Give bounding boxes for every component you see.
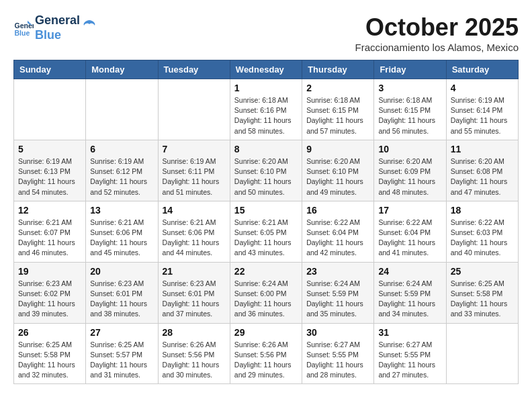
calendar-cell: 12Sunrise: 6:21 AM Sunset: 6:07 PM Dayli…	[14, 201, 86, 262]
day-info: Sunrise: 6:27 AM Sunset: 5:55 PM Dayligh…	[306, 340, 369, 381]
logo-blue: Blue	[35, 28, 80, 43]
calendar-cell	[86, 79, 158, 140]
day-number: 29	[234, 327, 298, 338]
calendar-cell: 2Sunrise: 6:18 AM Sunset: 6:15 PM Daylig…	[302, 79, 374, 140]
day-number: 9	[306, 144, 369, 154]
day-info: Sunrise: 6:20 AM Sunset: 6:10 PM Dayligh…	[306, 156, 369, 197]
day-number: 21	[163, 266, 226, 277]
svg-text:Blue: Blue	[15, 28, 30, 36]
calendar-cell: 26Sunrise: 6:25 AM Sunset: 5:58 PM Dayli…	[14, 323, 86, 384]
day-number: 16	[306, 205, 369, 216]
page-header: General Blue General Blue October 2025 F…	[13, 13, 519, 53]
day-info: Sunrise: 6:24 AM Sunset: 5:59 PM Dayligh…	[378, 279, 441, 320]
weekday-header-friday: Friday	[374, 60, 446, 79]
calendar-cell: 19Sunrise: 6:23 AM Sunset: 6:02 PM Dayli…	[14, 262, 86, 323]
calendar-cell: 7Sunrise: 6:19 AM Sunset: 6:11 PM Daylig…	[158, 140, 230, 201]
title-area: October 2025 Fraccionamiento los Alamos,…	[355, 13, 519, 53]
day-number: 12	[18, 205, 81, 216]
day-info: Sunrise: 6:24 AM Sunset: 6:00 PM Dayligh…	[234, 279, 298, 320]
calendar-cell: 20Sunrise: 6:23 AM Sunset: 6:01 PM Dayli…	[86, 262, 158, 323]
day-info: Sunrise: 6:21 AM Sunset: 6:07 PM Dayligh…	[18, 218, 81, 259]
calendar-cell: 4Sunrise: 6:19 AM Sunset: 6:14 PM Daylig…	[446, 79, 518, 140]
day-info: Sunrise: 6:27 AM Sunset: 5:55 PM Dayligh…	[378, 340, 441, 381]
day-number: 3	[378, 83, 441, 93]
day-number: 6	[90, 144, 153, 154]
day-info: Sunrise: 6:22 AM Sunset: 6:03 PM Dayligh…	[451, 218, 514, 259]
calendar-cell: 30Sunrise: 6:27 AM Sunset: 5:55 PM Dayli…	[302, 323, 374, 384]
calendar-cell	[14, 79, 86, 140]
calendar-cell	[446, 323, 518, 384]
day-number: 26	[18, 327, 81, 338]
day-number: 2	[306, 83, 369, 93]
day-number: 27	[90, 327, 153, 338]
day-info: Sunrise: 6:21 AM Sunset: 6:06 PM Dayligh…	[90, 218, 153, 259]
day-info: Sunrise: 6:23 AM Sunset: 6:02 PM Dayligh…	[18, 279, 81, 320]
day-number: 18	[451, 205, 514, 216]
weekday-header-sunday: Sunday	[14, 60, 86, 79]
calendar-week-5: 26Sunrise: 6:25 AM Sunset: 5:58 PM Dayli…	[14, 323, 519, 384]
day-info: Sunrise: 6:24 AM Sunset: 5:59 PM Dayligh…	[306, 279, 369, 320]
calendar-cell: 24Sunrise: 6:24 AM Sunset: 5:59 PM Dayli…	[374, 262, 446, 323]
day-info: Sunrise: 6:25 AM Sunset: 5:57 PM Dayligh…	[90, 340, 153, 381]
calendar-cell: 15Sunrise: 6:21 AM Sunset: 6:05 PM Dayli…	[230, 201, 302, 262]
weekday-header-thursday: Thursday	[302, 60, 374, 79]
day-info: Sunrise: 6:21 AM Sunset: 6:05 PM Dayligh…	[234, 218, 298, 259]
day-info: Sunrise: 6:18 AM Sunset: 6:15 PM Dayligh…	[378, 95, 441, 136]
calendar-week-4: 19Sunrise: 6:23 AM Sunset: 6:02 PM Dayli…	[14, 262, 519, 323]
logo-general: General	[35, 13, 80, 28]
calendar-cell: 28Sunrise: 6:26 AM Sunset: 5:56 PM Dayli…	[158, 323, 230, 384]
day-number: 7	[163, 144, 226, 154]
calendar-cell: 8Sunrise: 6:20 AM Sunset: 6:10 PM Daylig…	[230, 140, 302, 201]
calendar-cell	[158, 79, 230, 140]
calendar-cell: 25Sunrise: 6:25 AM Sunset: 5:58 PM Dayli…	[446, 262, 518, 323]
month-title: October 2025	[355, 13, 519, 42]
day-info: Sunrise: 6:25 AM Sunset: 5:58 PM Dayligh…	[451, 279, 514, 320]
calendar-cell: 11Sunrise: 6:20 AM Sunset: 6:08 PM Dayli…	[446, 140, 518, 201]
day-number: 1	[234, 83, 298, 93]
day-info: Sunrise: 6:19 AM Sunset: 6:12 PM Dayligh…	[90, 156, 153, 197]
weekday-header-tuesday: Tuesday	[158, 60, 230, 79]
calendar-cell: 21Sunrise: 6:23 AM Sunset: 6:01 PM Dayli…	[158, 262, 230, 323]
day-number: 31	[378, 327, 441, 338]
calendar-cell: 9Sunrise: 6:20 AM Sunset: 6:10 PM Daylig…	[302, 140, 374, 201]
day-info: Sunrise: 6:20 AM Sunset: 6:09 PM Dayligh…	[378, 156, 441, 197]
day-number: 22	[234, 266, 298, 277]
day-info: Sunrise: 6:25 AM Sunset: 5:58 PM Dayligh…	[18, 340, 81, 381]
day-info: Sunrise: 6:23 AM Sunset: 6:01 PM Dayligh…	[163, 279, 226, 320]
day-info: Sunrise: 6:18 AM Sunset: 6:15 PM Dayligh…	[306, 95, 369, 136]
calendar-cell: 17Sunrise: 6:22 AM Sunset: 6:04 PM Dayli…	[374, 201, 446, 262]
calendar-cell: 22Sunrise: 6:24 AM Sunset: 6:00 PM Dayli…	[230, 262, 302, 323]
calendar-header-row: SundayMondayTuesdayWednesdayThursdayFrid…	[14, 60, 519, 79]
day-info: Sunrise: 6:23 AM Sunset: 6:01 PM Dayligh…	[90, 279, 153, 320]
calendar-cell: 23Sunrise: 6:24 AM Sunset: 5:59 PM Dayli…	[302, 262, 374, 323]
day-info: Sunrise: 6:20 AM Sunset: 6:08 PM Dayligh…	[451, 156, 514, 197]
calendar-week-1: 1Sunrise: 6:18 AM Sunset: 6:16 PM Daylig…	[14, 79, 519, 140]
day-number: 25	[451, 266, 514, 277]
day-info: Sunrise: 6:20 AM Sunset: 6:10 PM Dayligh…	[234, 156, 298, 197]
day-info: Sunrise: 6:22 AM Sunset: 6:04 PM Dayligh…	[306, 218, 369, 259]
day-number: 4	[451, 83, 514, 93]
calendar-cell: 5Sunrise: 6:19 AM Sunset: 6:13 PM Daylig…	[14, 140, 86, 201]
day-number: 20	[90, 266, 153, 277]
location-subtitle: Fraccionamiento los Alamos, Mexico	[355, 42, 519, 53]
calendar-cell: 18Sunrise: 6:22 AM Sunset: 6:03 PM Dayli…	[446, 201, 518, 262]
calendar-cell: 27Sunrise: 6:25 AM Sunset: 5:57 PM Dayli…	[86, 323, 158, 384]
calendar-cell: 29Sunrise: 6:26 AM Sunset: 5:56 PM Dayli…	[230, 323, 302, 384]
calendar-cell: 1Sunrise: 6:18 AM Sunset: 6:16 PM Daylig…	[230, 79, 302, 140]
day-info: Sunrise: 6:19 AM Sunset: 6:11 PM Dayligh…	[163, 156, 226, 197]
day-number: 28	[163, 327, 226, 338]
day-info: Sunrise: 6:26 AM Sunset: 5:56 PM Dayligh…	[163, 340, 226, 381]
calendar-cell: 6Sunrise: 6:19 AM Sunset: 6:12 PM Daylig…	[86, 140, 158, 201]
weekday-header-wednesday: Wednesday	[230, 60, 302, 79]
calendar-cell: 13Sunrise: 6:21 AM Sunset: 6:06 PM Dayli…	[86, 201, 158, 262]
day-info: Sunrise: 6:26 AM Sunset: 5:56 PM Dayligh…	[234, 340, 298, 381]
day-number: 14	[163, 205, 226, 216]
day-number: 15	[234, 205, 298, 216]
day-number: 30	[306, 327, 369, 338]
day-info: Sunrise: 6:19 AM Sunset: 6:13 PM Dayligh…	[18, 156, 81, 197]
day-number: 8	[234, 144, 298, 154]
day-number: 19	[18, 266, 81, 277]
day-number: 24	[378, 266, 441, 277]
day-number: 5	[18, 144, 81, 154]
day-number: 17	[378, 205, 441, 216]
